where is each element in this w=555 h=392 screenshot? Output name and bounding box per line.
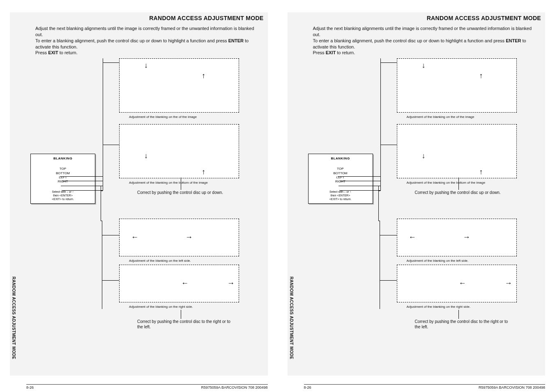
branch-right [102, 280, 119, 281]
menu-item-right: RIGHT [312, 180, 369, 184]
arrow-right-icon: → [505, 279, 512, 288]
connector-bottom [62, 181, 103, 181]
branch-top [380, 62, 397, 63]
menu-item-bottom: BOTTOM [34, 171, 92, 175]
menu-foot2: then <ENTER> [34, 194, 92, 197]
tick-vert1 [181, 178, 181, 190]
trunk-vert-2 [102, 221, 102, 309]
menu-title: BLANKING [34, 157, 92, 160]
diagram-area: BLANKING TOP BOTTOM LEFT RIGHT Select wi… [29, 58, 265, 354]
intro-line1: Adjust the next blanking alignments unti… [313, 26, 532, 37]
trunk-vert [380, 58, 381, 191]
intro-line3a: Press [35, 50, 48, 55]
caption-right: Adjustment of the blanking on the right … [129, 305, 236, 309]
intro-line3c: to return. [336, 50, 355, 55]
link-lr-v [378, 186, 379, 221]
trunk-vert-2 [380, 221, 380, 309]
arrow-up-icon: ↑ [202, 168, 205, 176]
side-running-title: RANDOM ACCESS ADJUSTMENT MODE [289, 277, 294, 359]
page-title: RANDOM ACCESS ADJUSTMENT MODE [290, 14, 543, 25]
menu-foot3: <EXIT> to return. [312, 197, 369, 201]
page-footer: 8-26 R5975059A BARCOVISION 708 200498 [10, 384, 268, 390]
intro-exit: EXIT [48, 50, 58, 55]
arrow-left-icon: ← [409, 233, 416, 242]
right-blank-box: ← → [397, 265, 517, 302]
intro-line2a: To enter a blanking alignment, push the … [35, 38, 228, 43]
blanking-menu-box: BLANKING TOP BOTTOM LEFT RIGHT Select wi… [308, 154, 373, 204]
connector-top [60, 176, 103, 177]
instr-horizontal: Correct by pushing the control disc to t… [415, 319, 509, 330]
instr-vertical: Correct by pushing the control disc up o… [137, 190, 232, 195]
top-blank-box: ↓ ↑ [397, 58, 517, 113]
connector-top [338, 176, 380, 177]
menu-item-top: TOP [312, 167, 369, 171]
page-title: RANDOM ACCESS ADJUSTMENT MODE [12, 14, 265, 25]
menu-item-right: RIGHT [34, 180, 92, 184]
connector-bottom [340, 181, 380, 181]
diagram-area: BLANKING TOP BOTTOM LEFT RIGHT Select wi… [306, 58, 543, 354]
left-page: RANDOM ACCESS ADJUSTMENT MODE Adjust the… [0, 0, 278, 392]
instr-vertical: Correct by pushing the control disc up o… [415, 190, 509, 195]
page-footer: 8-26 R5975059A BARCOVISION 708 200498 [288, 384, 546, 390]
menu-footer: Select with ↓ or ↑ then <ENTER> <EXIT> t… [312, 190, 369, 201]
caption-right: Adjustment of the blanking on the right … [407, 305, 514, 309]
connector-left [61, 186, 103, 186]
branch-left [102, 235, 119, 235]
intro-enter: ENTER [506, 38, 521, 43]
intro-text: Adjust the next blanking alignments unti… [290, 25, 543, 58]
connector-right [62, 190, 103, 191]
connector-left [339, 186, 380, 186]
arrow-left-icon: ← [131, 233, 138, 242]
right-page: RANDOM ACCESS ADJUSTMENT MODE Adjust the… [278, 0, 555, 392]
caption-top: Adjustment of the blanking on the of the… [129, 115, 236, 119]
tick-vert2 [181, 310, 181, 319]
connector-right [339, 190, 380, 191]
caption-top: Adjustment of the blanking on the of the… [407, 115, 514, 119]
intro-line2a: To enter a blanking alignment, push the … [313, 38, 506, 43]
link-lr2 [101, 221, 102, 221]
caption-left: Adjustment of the blanking on the left s… [129, 259, 236, 263]
doc-ref: R5975059A BARCOVISION 708 200498 [201, 385, 267, 390]
arrow-up-icon: ↑ [479, 168, 483, 176]
arrow-right-icon: → [227, 279, 235, 288]
branch-left [380, 235, 397, 235]
caption-left: Adjustment of the blanking on the left s… [407, 259, 514, 263]
arrow-right-icon: → [463, 233, 470, 242]
trunk-vert [103, 58, 103, 191]
branch-top [103, 62, 119, 63]
intro-exit: EXIT [326, 50, 336, 55]
intro-line1: Adjust the next blanking alignments unti… [35, 26, 254, 37]
doc-ref: R5975059A BARCOVISION 708 200498 [479, 385, 545, 390]
page-number: 8-26 [26, 385, 34, 390]
menu-foot3: <EXIT> to return. [34, 197, 92, 201]
arrow-up-icon: ↑ [479, 71, 483, 80]
top-blank-box: ↓ ↑ [119, 58, 239, 113]
side-running-title: RANDOM ACCESS ADJUSTMENT MODE [12, 277, 16, 359]
page-number: 8-26 [304, 385, 311, 390]
instr-horizontal: Correct by pushing the control disc to t… [137, 319, 232, 330]
menu-items: TOP BOTTOM LEFT RIGHT [34, 167, 92, 184]
bottom-blank-box: ↓ ↑ [397, 124, 517, 178]
intro-line3c: to return. [58, 50, 78, 55]
menu-item-top: TOP [34, 167, 92, 171]
branch-right [380, 280, 397, 281]
intro-enter: ENTER [228, 38, 244, 43]
page-bleed: RANDOM ACCESS ADJUSTMENT MODE Adjust the… [288, 12, 546, 376]
page-bleed: RANDOM ACCESS ADJUSTMENT MODE Adjust the… [10, 12, 268, 376]
caption-bottom: Adjustment of the blanking on the bottom… [129, 181, 240, 185]
menu-title: BLANKING [312, 157, 369, 160]
right-blank-box: ← → [119, 265, 239, 302]
menu-footer: Select with ↓ or ↑ then <ENTER> <EXIT> t… [34, 190, 92, 201]
branch-bottom [103, 145, 119, 145]
menu-items: TOP BOTTOM LEFT RIGHT [312, 167, 369, 184]
blanking-menu-box: BLANKING TOP BOTTOM LEFT RIGHT Select wi… [30, 154, 95, 204]
arrow-down-icon: ↓ [422, 152, 426, 160]
arrow-left-icon: ← [181, 279, 189, 288]
bottom-blank-box: ↓ ↑ [119, 124, 239, 178]
menu-item-bottom: BOTTOM [312, 171, 369, 175]
caption-bottom: Adjustment of the blanking on the bottom… [407, 181, 518, 185]
tick-vert2 [458, 310, 459, 319]
left-blank-box: ← → [119, 219, 239, 256]
arrow-down-icon: ↓ [144, 152, 148, 160]
arrow-right-icon: → [185, 233, 193, 242]
